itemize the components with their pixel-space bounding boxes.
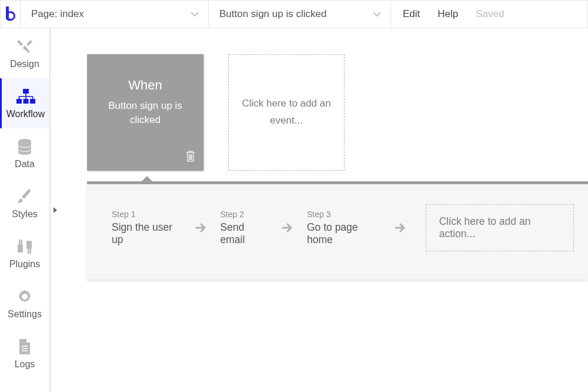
events-row: When Button sign up is clicked Click her… (87, 54, 588, 171)
trash-icon[interactable] (185, 150, 196, 165)
app-logo (1, 1, 21, 28)
page-selector-dropdown[interactable]: Page: index (21, 1, 209, 28)
actions-strip: Step 1 Sign the user up Step 2 Send emai… (87, 181, 588, 280)
chevron-down-icon (373, 11, 381, 17)
sidebar-item-styles[interactable]: Styles (0, 178, 49, 228)
sidebar-item-data[interactable]: Data (0, 128, 49, 178)
workflow-canvas: When Button sign up is clicked Click her… (60, 28, 588, 392)
svg-rect-6 (19, 240, 21, 245)
saved-status: Saved (476, 8, 504, 20)
action-step[interactable]: Step 1 Sign the user up (112, 210, 182, 246)
event-when-label: When (98, 78, 193, 93)
sidebar-item-workflow[interactable]: Workflow (0, 78, 49, 128)
arrow-right-icon (281, 221, 294, 234)
workflow-selector-dropdown[interactable]: Button sign up is clicked (209, 1, 391, 28)
svg-rect-3 (30, 99, 35, 104)
sidebar-item-label: Design (10, 59, 39, 69)
step-number: Step 1 (112, 210, 182, 219)
sidebar: Design Workflow Data (0, 28, 51, 392)
top-actions: Edit Help Saved (391, 1, 504, 28)
brush-icon (16, 188, 33, 205)
svg-point-11 (22, 294, 27, 299)
svg-rect-5 (18, 244, 23, 253)
svg-rect-10 (30, 248, 32, 254)
add-action-label: Click here to add an action... (439, 215, 531, 240)
top-bar: Page: index Button sign up is clicked Ed… (0, 0, 588, 28)
arrow-right-icon (195, 221, 208, 234)
add-event-label: Click here to add an event... (242, 95, 331, 129)
step-title: Send email (220, 221, 268, 246)
svg-point-4 (18, 139, 31, 144)
svg-rect-9 (28, 248, 29, 254)
event-card[interactable]: When Button sign up is clicked (87, 54, 203, 171)
sidebar-item-label: Settings (8, 309, 42, 320)
action-step[interactable]: Step 3 Go to page home (307, 210, 381, 246)
step-title: Sign the user up (112, 221, 182, 246)
sidebar-item-settings[interactable]: Settings (0, 278, 49, 328)
sidebar-item-label: Logs (15, 359, 35, 370)
svg-rect-8 (26, 241, 32, 249)
sidebar-item-label: Workflow (6, 109, 45, 119)
step-title: Go to page home (307, 221, 381, 246)
gear-icon (16, 288, 33, 305)
add-event-card[interactable]: Click here to add an event... (228, 54, 345, 171)
step-number: Step 3 (307, 210, 381, 219)
database-icon (17, 138, 32, 155)
help-menu[interactable]: Help (437, 8, 458, 20)
edit-menu[interactable]: Edit (403, 8, 420, 20)
workflow-selector-label: Button sign up is clicked (219, 8, 326, 20)
sidebar-item-label: Data (15, 159, 35, 170)
file-icon (18, 338, 31, 356)
action-step[interactable]: Step 2 Send email (220, 210, 268, 246)
svg-rect-0 (23, 89, 29, 94)
page-selector-label: Page: index (31, 8, 84, 20)
add-action-card[interactable]: Click here to add an action... (426, 204, 574, 251)
sidebar-item-logs[interactable]: Logs (0, 328, 49, 378)
workflow-icon (16, 88, 36, 105)
sidebar-item-plugins[interactable]: Plugins (0, 228, 49, 278)
sidebar-item-label: Styles (12, 209, 38, 220)
svg-rect-2 (23, 99, 28, 104)
svg-rect-1 (16, 99, 22, 104)
chevron-down-icon (191, 11, 199, 17)
step-number: Step 2 (220, 210, 268, 219)
sidebar-expand-handle[interactable] (51, 28, 60, 392)
event-description: Button sign up is clicked (98, 99, 193, 127)
svg-rect-7 (21, 240, 23, 245)
sidebar-item-design[interactable]: Design (0, 28, 49, 78)
arrow-right-icon (394, 221, 407, 234)
design-icon (16, 38, 34, 55)
plug-icon (16, 238, 34, 255)
sidebar-item-label: Plugins (9, 259, 40, 270)
